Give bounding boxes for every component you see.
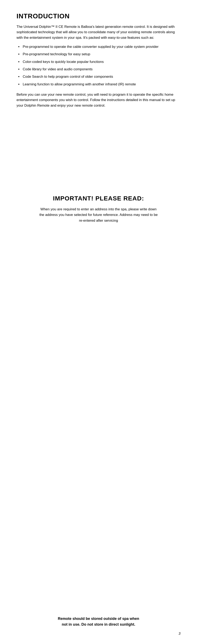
list-item: Code library for video and audio compone… <box>17 66 180 72</box>
feature-list: Pre-programmed to operate the cable conv… <box>17 44 180 87</box>
important-section: IMPORTANT! PLEASE READ: When you are req… <box>17 195 180 223</box>
important-title: IMPORTANT! PLEASE READ: <box>17 195 180 202</box>
intro-section: INTRODUCTION The Universal Dolphin™ II C… <box>17 12 180 108</box>
list-item: Pre-programmed technology for easy setup <box>17 52 180 57</box>
list-item: Color-coded keys to quickly locate popul… <box>17 59 180 64</box>
intro-paragraph-1: The Universal Dolphin™ II CE Remote is B… <box>17 24 180 40</box>
list-item: Pre-programmed to operate the cable conv… <box>17 44 180 50</box>
list-item: Learning function to allow programming w… <box>17 82 180 87</box>
warning-text: Remote should be stored outside of spa w… <box>17 616 180 628</box>
intro-paragraph-2: Before you can use your new remote contr… <box>17 92 180 108</box>
page-number: 3 <box>179 632 180 636</box>
list-item: Code Search to help program control of o… <box>17 74 180 80</box>
page-container: INTRODUCTION The Universal Dolphin™ II C… <box>0 0 197 644</box>
warning-section: Remote should be stored outside of spa w… <box>17 616 180 628</box>
intro-title: INTRODUCTION <box>17 12 180 20</box>
important-body: When you are required to enter an addres… <box>39 206 158 223</box>
